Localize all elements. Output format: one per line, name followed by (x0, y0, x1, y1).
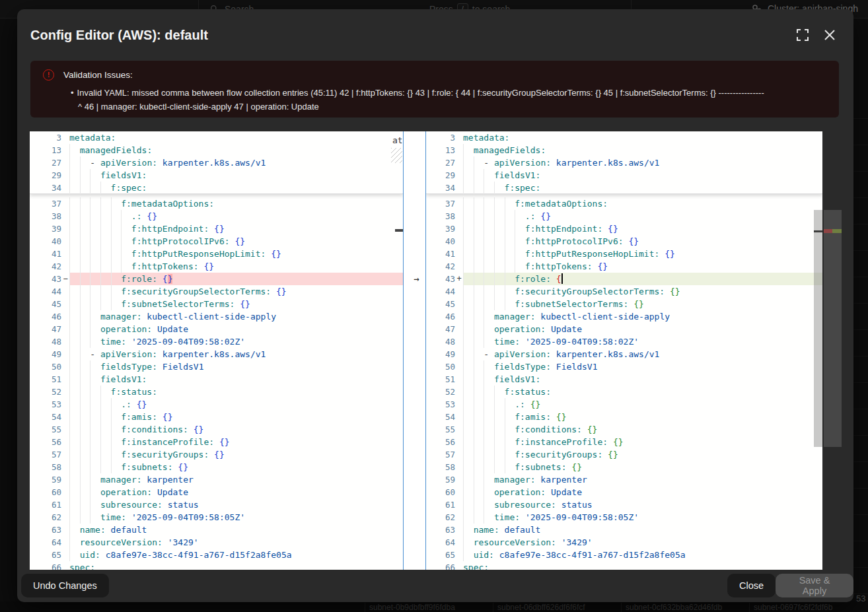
indent-guide (515, 260, 525, 273)
indent-guide (505, 285, 515, 298)
indent-guide (494, 248, 505, 260)
indent-guide (463, 182, 474, 194)
collapsed-line[interactable]: 29fieldsV1: (426, 169, 822, 182)
code-line: 58f:subnets: {} (30, 461, 403, 473)
code-line: 56f:instanceProfile: {} (426, 436, 822, 448)
indent-guide (463, 197, 474, 210)
code-line: 46manager: kubectl-client-side-apply (426, 310, 822, 323)
collapsed-line[interactable]: 34f:spec: (30, 182, 403, 194)
modified-editor[interactable]: 37f:metadataOptions:38.: {}39f:httpEndpo… (426, 131, 822, 570)
indent-guide (463, 235, 474, 248)
indent-guide (484, 197, 494, 210)
indent-guide (505, 222, 515, 235)
code-line: 42f:httpTokens: {} (426, 260, 822, 273)
indent-guide (100, 298, 111, 310)
indent-guide (484, 260, 494, 273)
indent-guide (494, 411, 505, 423)
code-line: 51fieldsV1: (30, 373, 403, 386)
revert-change-button[interactable]: → (407, 273, 426, 285)
indent-guide (474, 473, 484, 486)
indent-guide (463, 222, 474, 235)
collapsed-region-header[interactable]: 3metadata:13managedFields:27- apiVersion… (30, 131, 403, 194)
fullscreen-icon[interactable] (797, 29, 809, 41)
code-line: 54f:amis: {} (30, 411, 403, 423)
collapsed-line[interactable]: 13managedFields: (30, 144, 403, 156)
indent-guide (90, 461, 100, 473)
code-line: 37f:metadataOptions: (426, 197, 822, 210)
collapsed-line[interactable]: 3metadata: (30, 131, 403, 144)
editor-scrollbar[interactable] (814, 210, 822, 447)
original-editor[interactable]: 37f:metadataOptions:38.: {}39f:httpEndpo… (30, 131, 403, 570)
save-apply-button[interactable]: Save & Apply (776, 574, 853, 597)
indent-guide (484, 273, 494, 285)
indent-guide (80, 260, 90, 273)
indent-guide (80, 448, 90, 461)
code-line: 57f:securityGroups: {} (30, 448, 403, 461)
code-line: 57f:securityGroups: {} (426, 448, 822, 461)
code-line: 59manager: karpenter (426, 473, 822, 486)
indent-guide (494, 273, 505, 285)
indent-guide (463, 486, 474, 498)
collapsed-line[interactable]: 34f:spec: (426, 182, 822, 194)
code-line: 39f:httpEndpoint: {} (30, 222, 403, 235)
indent-guide (111, 461, 122, 473)
indent-guide (484, 335, 494, 348)
indent-guide (494, 436, 505, 448)
collapsed-line[interactable]: 27- apiVersion: karpenter.k8s.aws/v1 (30, 156, 403, 169)
indent-guide (463, 210, 474, 222)
indent-guide (69, 310, 80, 323)
diff-sash[interactable] (403, 131, 426, 570)
indent-guide (474, 498, 484, 511)
indent-guide (484, 169, 494, 182)
collapsed-region-label: at (392, 135, 403, 145)
indent-guide (69, 248, 80, 260)
indent-guide (463, 524, 474, 536)
code-line: 47operation: Update (30, 323, 403, 335)
indent-guide (100, 197, 111, 210)
indent-guide (90, 323, 100, 335)
indent-guide (463, 273, 474, 285)
indent-guide (515, 248, 525, 260)
indent-guide (90, 360, 100, 373)
indent-guide (90, 298, 100, 310)
indent-guide (505, 248, 515, 260)
close-button[interactable]: Close (727, 574, 776, 597)
code-line: 55f:conditions: {} (30, 423, 403, 436)
indent-guide (484, 360, 494, 373)
indent-guide (80, 222, 90, 235)
indent-guide (100, 222, 111, 235)
indent-guide (111, 248, 122, 260)
indent-guide (69, 461, 80, 473)
indent-guide (484, 473, 494, 486)
indent-guide (484, 436, 494, 448)
collapsed-line[interactable]: 3metadata: (426, 131, 822, 144)
code-line: 40f:httpProtocolIPv6: {} (426, 235, 822, 248)
indent-guide (111, 235, 122, 248)
indent-guide (90, 498, 100, 511)
code-line: 48time: '2025-09-04T09:58:02Z' (30, 335, 403, 348)
indent-guide (484, 222, 494, 235)
code-line: 63name: default (30, 524, 403, 536)
indent-guide (494, 210, 505, 222)
collapsed-line[interactable]: 27- apiVersion: karpenter.k8s.aws/v1 (426, 156, 822, 169)
indent-guide (484, 235, 494, 248)
indent-guide (111, 423, 122, 436)
indent-guide (474, 248, 484, 260)
indent-guide (111, 398, 122, 411)
collapsed-region-header[interactable]: 3metadata:13managedFields:27- apiVersion… (426, 131, 822, 194)
diff-overview-ruler[interactable] (824, 210, 842, 447)
collapsed-line[interactable]: 29fieldsV1: (30, 169, 403, 182)
code-line: 64resourceVersion: '3429' (30, 536, 403, 549)
code-line: 41f:httpPutResponseHopLimit: {} (30, 248, 403, 260)
indent-guide (515, 235, 525, 248)
validation-message-line2: ^ 46 | manager: kubectl-client-side-appl… (78, 100, 319, 114)
indent-guide (505, 423, 515, 436)
undo-changes-button[interactable]: Undo Changes (21, 574, 109, 597)
collapsed-line[interactable]: 13managedFields: (426, 144, 822, 156)
indent-guide (463, 461, 474, 473)
close-icon[interactable] (824, 29, 836, 41)
indent-guide (484, 411, 494, 423)
indent-guide (484, 461, 494, 473)
indent-guide (474, 448, 484, 461)
indent-guide (80, 360, 90, 373)
